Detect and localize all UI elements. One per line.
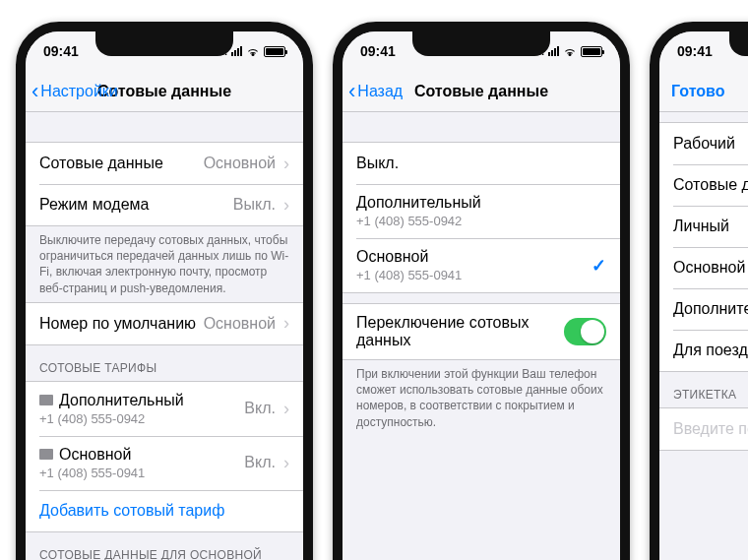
wifi-icon xyxy=(563,46,577,56)
row-label-option[interactable]: Сотовые данные xyxy=(659,164,748,206)
header-plans: СОТОВЫЕ ТАРИФЫ xyxy=(26,345,303,381)
nav-bar: ‹ Назад Сотовые данные xyxy=(343,71,620,112)
row-hotspot[interactable]: Режим модема Выкл.› xyxy=(26,184,303,225)
header-usage: СОТОВЫЕ ДАННЫЕ ДЛЯ ОСНОВНОЙ xyxy=(26,532,303,560)
chevron-right-icon: › xyxy=(283,195,289,216)
status-time: 09:41 xyxy=(360,43,396,59)
group-cellular: Сотовые данные Основной› Режим модема Вы… xyxy=(26,142,303,226)
footer-switching-note: При включении этой функции Ваш телефон с… xyxy=(343,360,620,436)
row-plan-primary[interactable]: Основной +1 (408) 555-0941 Вкл.› xyxy=(26,436,303,490)
row-plan-secondary[interactable]: Дополнительный +1 (408) 555-0942 Вкл.› xyxy=(26,382,303,436)
back-button[interactable]: ‹ Назад xyxy=(348,81,403,102)
scroll-content[interactable]: Выкл. Дополнительный +1 (408) 555-0942 О… xyxy=(343,112,620,560)
row-select-secondary[interactable]: Дополнительный +1 (408) 555-0942 xyxy=(343,184,620,238)
chevron-right-icon: › xyxy=(283,154,289,174)
scroll-content[interactable]: Сотовые данные Основной› Режим модема Вы… xyxy=(26,112,303,560)
row-label-option[interactable]: Рабочий xyxy=(659,123,748,164)
group-data-select: Выкл. Дополнительный +1 (408) 555-0942 О… xyxy=(343,142,620,293)
group-custom-label: Введите подпись xyxy=(659,407,748,451)
row-switching[interactable]: Переключение сотовых данных xyxy=(343,304,620,359)
battery-icon xyxy=(264,46,285,57)
group-labels: Рабочий Сотовые данные Личный Основной Д… xyxy=(659,122,748,372)
back-label: Назад xyxy=(357,83,403,100)
done-button[interactable]: Готово xyxy=(665,83,724,100)
row-off[interactable]: Выкл. xyxy=(343,143,620,184)
nav-bar: ‹ Настройки Сотовые данные xyxy=(26,71,303,112)
row-add-plan[interactable]: Добавить сотовый тариф xyxy=(26,490,303,531)
switch-on[interactable] xyxy=(564,318,606,345)
status-time: 09:41 xyxy=(43,43,79,59)
scroll-content[interactable]: Рабочий Сотовые данные Личный Основной Д… xyxy=(659,112,748,560)
row-label-option[interactable]: Для поездок xyxy=(659,330,748,371)
nav-bar: Готово +1 (40 xyxy=(659,71,748,112)
notch xyxy=(95,31,233,56)
chevron-left-icon: ‹ xyxy=(31,81,38,102)
footer-cellular-note: Выключите передачу сотовых данных, чтобы… xyxy=(26,226,303,302)
status-time: 09:41 xyxy=(677,43,713,59)
row-label-option[interactable]: Основной xyxy=(659,247,748,288)
notch xyxy=(412,31,550,56)
custom-label-input[interactable]: Введите подпись xyxy=(659,408,748,450)
row-default-number[interactable]: Номер по умолчанию Основной› xyxy=(26,303,303,344)
sim-icon xyxy=(39,395,53,405)
battery-icon xyxy=(581,46,602,57)
back-label: Настройки xyxy=(40,83,117,100)
wifi-icon xyxy=(246,46,260,56)
phone-frame-3: 09:41 Готово +1 (40 Рабочий Сотовые данн… xyxy=(650,22,748,560)
chevron-left-icon: ‹ xyxy=(348,81,355,102)
group-default-number: Номер по умолчанию Основной› xyxy=(26,302,303,345)
phone-frame-1: 09:41 ::!! ‹ Настройки Сотовые данные Со… xyxy=(16,22,313,560)
header-custom-label: ЭТИКЕТКА xyxy=(659,372,748,407)
row-label-option[interactable]: Дополнительный xyxy=(659,288,748,330)
signal-icon xyxy=(231,46,242,56)
row-label-option[interactable]: Личный xyxy=(659,206,748,247)
sim-icon xyxy=(39,449,53,460)
chevron-right-icon: › xyxy=(283,313,289,334)
signal-icon xyxy=(548,46,559,56)
checkmark-icon: ✓ xyxy=(592,255,606,277)
back-button[interactable]: ‹ Настройки xyxy=(31,81,118,102)
row-cellular-data[interactable]: Сотовые данные Основной› xyxy=(26,143,303,184)
chevron-right-icon: › xyxy=(283,453,289,473)
phone-frame-2: 09:41 ::!! ‹ Назад Сотовые данные Выкл. … xyxy=(333,22,630,560)
row-select-primary[interactable]: Основной +1 (408) 555-0941 ✓ xyxy=(343,238,620,292)
group-switching: Переключение сотовых данных xyxy=(343,303,620,360)
input-placeholder: Введите подпись xyxy=(673,420,748,438)
group-plans: Дополнительный +1 (408) 555-0942 Вкл.› О… xyxy=(26,381,303,532)
chevron-right-icon: › xyxy=(283,399,289,419)
